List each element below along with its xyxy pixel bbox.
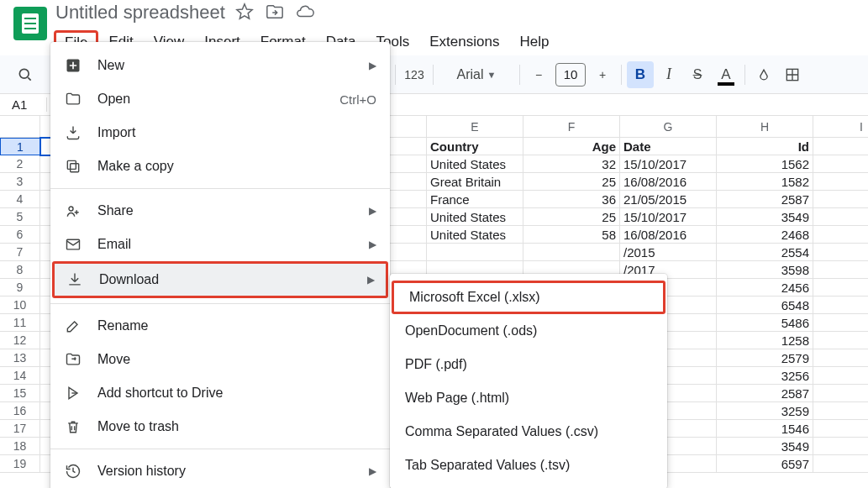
menu-item-make-a-copy[interactable]: Make a copy <box>50 150 390 183</box>
cell[interactable]: Age <box>523 138 620 155</box>
row-header[interactable]: 6 <box>0 226 40 244</box>
cell[interactable]: Great Britain <box>427 173 523 191</box>
star-icon[interactable] <box>235 3 254 24</box>
cell[interactable] <box>813 332 868 349</box>
cell[interactable]: 1582 <box>717 173 813 191</box>
cell[interactable]: 3598 <box>717 261 813 279</box>
download-option[interactable]: Comma Separated Values (.csv) <box>390 415 667 449</box>
menu-item-version-history[interactable]: Version history▶ <box>50 454 390 488</box>
menu-help[interactable]: Help <box>509 30 559 55</box>
cell[interactable] <box>813 208 868 226</box>
document-title[interactable]: Untitled spreadsheet <box>55 2 225 24</box>
row-header[interactable]: 1 <box>0 138 40 155</box>
search-icon[interactable] <box>7 66 44 83</box>
download-option[interactable]: Tab Separated Values (.tsv) <box>390 449 667 482</box>
cell[interactable]: 3256 <box>717 367 813 385</box>
row-header[interactable]: 2 <box>0 155 40 173</box>
download-option[interactable]: OpenDocument (.ods) <box>390 314 667 348</box>
cell[interactable]: 58 <box>523 226 620 244</box>
row-header[interactable]: 3 <box>0 173 40 191</box>
menu-item-new[interactable]: New▶ <box>50 49 390 82</box>
column-header[interactable]: H <box>717 116 813 137</box>
name-box[interactable]: A1 <box>0 97 47 112</box>
cell[interactable]: Date <box>620 138 717 155</box>
select-all-corner[interactable] <box>0 116 40 137</box>
row-header[interactable]: 11 <box>0 314 40 332</box>
cell[interactable] <box>813 349 868 367</box>
text-color-button[interactable]: A <box>713 61 739 88</box>
cell[interactable]: 21/05/2015 <box>620 191 717 208</box>
download-option[interactable]: PDF (.pdf) <box>390 348 667 381</box>
cell[interactable]: 3549 <box>717 438 813 455</box>
download-option[interactable]: Microsoft Excel (.xlsx) <box>392 281 665 314</box>
cell[interactable]: United States <box>427 208 523 226</box>
cell[interactable] <box>813 455 868 473</box>
cell[interactable] <box>813 138 868 155</box>
cell[interactable]: 1562 <box>717 155 813 173</box>
row-header[interactable]: 12 <box>0 332 40 349</box>
cell[interactable]: 16/08/2016 <box>620 226 717 244</box>
cell[interactable] <box>813 402 868 420</box>
row-header[interactable]: 16 <box>0 402 40 420</box>
cell[interactable]: 32 <box>523 155 620 173</box>
cell[interactable]: 2468 <box>717 226 813 244</box>
cell[interactable]: 25 <box>523 208 620 226</box>
cell[interactable] <box>813 261 868 279</box>
cell[interactable] <box>813 438 868 455</box>
cell[interactable]: 2456 <box>717 279 813 296</box>
cell[interactable]: 2587 <box>717 191 813 208</box>
cell[interactable] <box>813 314 868 332</box>
strikethrough-button[interactable]: S <box>684 61 711 88</box>
menu-extensions[interactable]: Extensions <box>419 30 509 55</box>
menu-item-move[interactable]: Move <box>50 343 390 376</box>
menu-item-email[interactable]: Email▶ <box>50 228 390 261</box>
row-header[interactable]: 8 <box>0 261 40 279</box>
cell[interactable]: 1258 <box>717 332 813 349</box>
row-header[interactable]: 5 <box>0 208 40 226</box>
menu-item-open[interactable]: OpenCtrl+O <box>50 82 390 116</box>
font-family-select[interactable]: Arial▼ <box>439 61 514 88</box>
cell[interactable]: 1546 <box>717 420 813 438</box>
cell[interactable]: 6548 <box>717 296 813 314</box>
font-size-input[interactable]: 10 <box>555 63 586 87</box>
move-icon[interactable] <box>266 3 284 24</box>
menu-item-import[interactable]: Import <box>50 116 390 150</box>
menu-item-add-shortcut-to-drive[interactable]: Add shortcut to Drive <box>50 376 390 410</box>
sheets-logo[interactable] <box>13 7 47 40</box>
cell[interactable] <box>813 385 868 402</box>
cell[interactable]: 6597 <box>717 455 813 473</box>
cell[interactable]: 3259 <box>717 402 813 420</box>
cell[interactable] <box>813 226 868 244</box>
font-decrease-button[interactable]: − <box>525 61 552 88</box>
cell[interactable]: 5486 <box>717 314 813 332</box>
cell[interactable] <box>427 244 523 261</box>
row-header[interactable]: 19 <box>0 455 40 473</box>
font-increase-button[interactable]: + <box>589 61 616 88</box>
row-header[interactable]: 14 <box>0 367 40 385</box>
cell[interactable]: 3549 <box>717 208 813 226</box>
cell[interactable] <box>813 279 868 296</box>
cell[interactable]: France <box>427 191 523 208</box>
row-header[interactable]: 17 <box>0 420 40 438</box>
borders-button[interactable] <box>779 61 806 88</box>
cell[interactable]: United States <box>427 226 523 244</box>
cell[interactable]: Country <box>427 138 523 155</box>
cell[interactable]: 15/10/2017 <box>620 155 717 173</box>
menu-item-share[interactable]: Share▶ <box>50 194 390 228</box>
menu-item-rename[interactable]: Rename <box>50 309 390 343</box>
menu-item-download[interactable]: Download▶ <box>52 261 388 298</box>
cell[interactable]: 16/08/2016 <box>620 173 717 191</box>
menu-item-move-to-trash[interactable]: Move to trash <box>50 410 390 443</box>
column-header[interactable]: I <box>813 116 868 137</box>
bold-button[interactable]: B <box>627 61 654 88</box>
italic-button[interactable]: I <box>655 61 682 88</box>
cell[interactable] <box>813 244 868 261</box>
number-format-button[interactable]: 123 <box>401 61 428 88</box>
cell[interactable] <box>813 296 868 314</box>
row-header[interactable]: 7 <box>0 244 40 261</box>
cell[interactable] <box>813 191 868 208</box>
column-header[interactable]: G <box>620 116 717 137</box>
row-header[interactable]: 10 <box>0 296 40 314</box>
column-header[interactable]: E <box>427 116 523 137</box>
row-header[interactable]: 4 <box>0 191 40 208</box>
